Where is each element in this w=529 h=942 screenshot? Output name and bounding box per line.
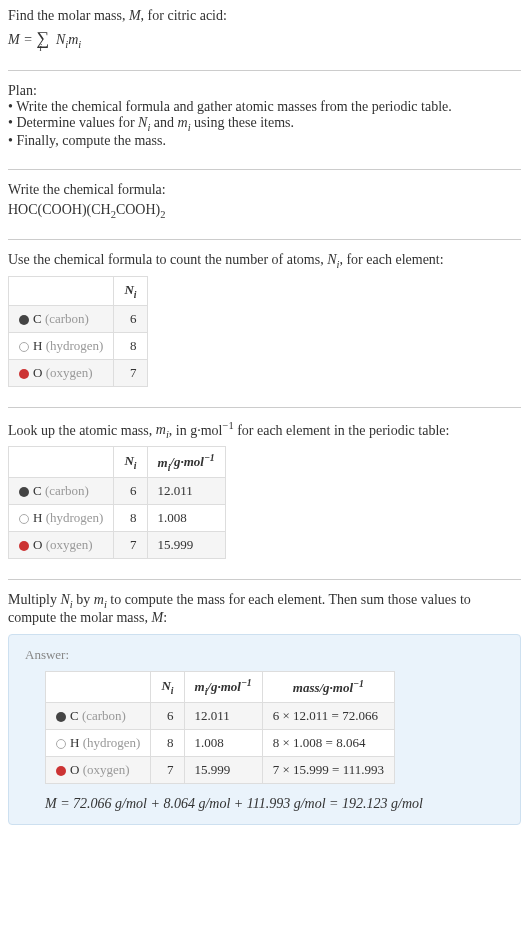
mass-cell: 8 × 1.008 = 8.064 <box>262 729 394 756</box>
n-cell: 8 <box>151 729 184 756</box>
swatch-oxygen <box>19 369 29 379</box>
table-row: C (carbon) 6 <box>9 305 148 332</box>
compute-heading: Multiply Ni by mi to compute the mass fo… <box>8 592 521 626</box>
m-cell: 15.999 <box>147 532 225 559</box>
divider <box>8 70 521 71</box>
element-cell: C (carbon) <box>46 702 151 729</box>
plan-heading: Plan: <box>8 83 521 99</box>
final-equation: M = 72.066 g/mol + 8.064 g/mol + 111.993… <box>45 796 504 812</box>
table-row: C (carbon) 6 12.011 <box>9 478 226 505</box>
divider <box>8 239 521 240</box>
table-row: C (carbon) 6 12.011 6 × 12.011 = 72.066 <box>46 702 395 729</box>
n-cell: 7 <box>114 359 147 386</box>
element-cell: H (hydrogen) <box>9 505 114 532</box>
table-header-blank <box>9 277 114 306</box>
intro-section: Find the molar mass, M, for citric acid:… <box>8 8 521 50</box>
n-cell: 7 <box>151 756 184 783</box>
table-row: O (oxygen) 7 15.999 7 × 15.999 = 111.993 <box>46 756 395 783</box>
m-cell: 12.011 <box>184 702 262 729</box>
table-row: H (hydrogen) 8 <box>9 332 148 359</box>
element-cell: O (oxygen) <box>9 359 114 386</box>
chem-formula: HOC(COOH)(CH2COOH)2 <box>8 202 521 220</box>
plan-section: Plan: • Write the chemical formula and g… <box>8 83 521 149</box>
element-cell: O (oxygen) <box>46 756 151 783</box>
table-header-blank <box>46 671 151 702</box>
swatch-hydrogen <box>19 514 29 524</box>
element-cell: H (hydrogen) <box>9 332 114 359</box>
plan-bullet: • Finally, compute the mass. <box>8 133 521 149</box>
n-cell: 6 <box>114 305 147 332</box>
chem-heading: Write the chemical formula: <box>8 182 521 198</box>
m-cell: 1.008 <box>147 505 225 532</box>
element-cell: H (hydrogen) <box>46 729 151 756</box>
swatch-hydrogen <box>56 739 66 749</box>
swatch-oxygen <box>56 766 66 776</box>
divider <box>8 407 521 408</box>
answer-table: Ni mi/g·mol−1 mass/g·mol−1 C (carbon) 6 … <box>45 671 395 784</box>
table-header-m: mi/g·mol−1 <box>184 671 262 702</box>
intro-formula: M = ∑i Nimi <box>8 28 521 50</box>
mass-cell: 7 × 15.999 = 111.993 <box>262 756 394 783</box>
n-cell: 7 <box>114 532 147 559</box>
plan-bullet: • Write the chemical formula and gather … <box>8 99 521 115</box>
compute-section: Multiply Ni by mi to compute the mass fo… <box>8 592 521 825</box>
swatch-hydrogen <box>19 342 29 352</box>
swatch-carbon <box>56 712 66 722</box>
m-cell: 1.008 <box>184 729 262 756</box>
chem-formula-section: Write the chemical formula: HOC(COOH)(CH… <box>8 182 521 220</box>
n-cell: 8 <box>114 505 147 532</box>
element-cell: O (oxygen) <box>9 532 114 559</box>
count-section: Use the chemical formula to count the nu… <box>8 252 521 386</box>
table-header-n: Ni <box>151 671 184 702</box>
divider <box>8 169 521 170</box>
mass-heading: Look up the atomic mass, mi, in g·mol−1 … <box>8 420 521 440</box>
intro-heading: Find the molar mass, M, for citric acid: <box>8 8 521 24</box>
table-row: O (oxygen) 7 15.999 <box>9 532 226 559</box>
table-header-m: mi/g·mol−1 <box>147 447 225 478</box>
element-cell: C (carbon) <box>9 305 114 332</box>
swatch-carbon <box>19 315 29 325</box>
element-cell: C (carbon) <box>9 478 114 505</box>
m-cell: 12.011 <box>147 478 225 505</box>
answer-box: Answer: Ni mi/g·mol−1 mass/g·mol−1 C (ca… <box>8 634 521 825</box>
table-header-n: Ni <box>114 447 147 478</box>
table-header-mass: mass/g·mol−1 <box>262 671 394 702</box>
plan-bullet: • Determine values for Ni and mi using t… <box>8 115 521 133</box>
table-row: H (hydrogen) 8 1.008 <box>9 505 226 532</box>
divider <box>8 579 521 580</box>
n-cell: 8 <box>114 332 147 359</box>
n-cell: 6 <box>151 702 184 729</box>
count-heading: Use the chemical formula to count the nu… <box>8 252 521 270</box>
mass-table: Ni mi/g·mol−1 C (carbon) 6 12.011 H (hyd… <box>8 446 226 559</box>
n-cell: 6 <box>114 478 147 505</box>
mass-cell: 6 × 12.011 = 72.066 <box>262 702 394 729</box>
table-header-n: Ni <box>114 277 147 306</box>
mass-section: Look up the atomic mass, mi, in g·mol−1 … <box>8 420 521 559</box>
table-row: O (oxygen) 7 <box>9 359 148 386</box>
swatch-oxygen <box>19 541 29 551</box>
m-cell: 15.999 <box>184 756 262 783</box>
swatch-carbon <box>19 487 29 497</box>
count-table: Ni C (carbon) 6 H (hydrogen) 8 O (oxygen… <box>8 276 148 387</box>
table-row: H (hydrogen) 8 1.008 8 × 1.008 = 8.064 <box>46 729 395 756</box>
table-header-blank <box>9 447 114 478</box>
answer-label: Answer: <box>25 647 504 663</box>
